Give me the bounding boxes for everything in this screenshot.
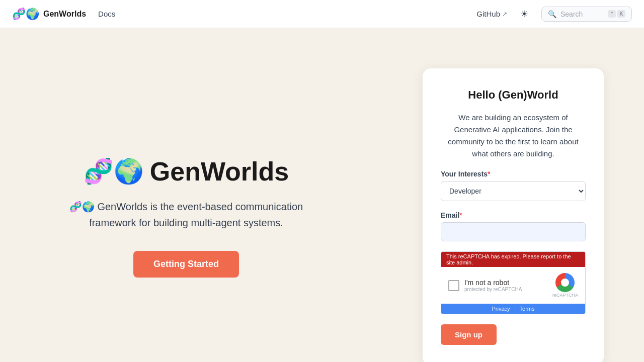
recaptcha-error-text: This reCAPTCHA has expired. Please repor… (441, 252, 585, 267)
interests-label: Your Interests* (441, 170, 586, 178)
recaptcha-protected-label: protected by reCAPTCHA (464, 287, 522, 292)
hero-title-text: GenWorlds (150, 156, 289, 187)
recaptcha-footer: Privacy · Terms (441, 304, 585, 314)
card-title: Hello (Gen)World (441, 88, 586, 102)
recaptcha-labels: I'm not a robot protected by reCAPTCHA (464, 279, 522, 292)
recaptcha-logo-circle (555, 273, 575, 292)
logo-emoji: 🧬🌍 (12, 8, 39, 21)
navbar-left: 🧬🌍 GenWorlds Docs (12, 8, 115, 21)
signup-card: Hello (Gen)World We are building an ecos… (423, 68, 604, 362)
recaptcha-checkbox[interactable] (448, 280, 459, 291)
recaptcha-logo: reCAPTCHA (552, 273, 578, 298)
search-keyboard-shortcut: ⌃ K (608, 10, 625, 18)
external-link-icon: ↗ (502, 11, 507, 18)
interests-select[interactable]: Developer Researcher Designer Business O… (441, 181, 586, 201)
hero-desc-emoji: 🧬🌍 (69, 201, 95, 212)
hero-desc-text: GenWorlds is the event-based communicati… (89, 201, 303, 228)
recaptcha-body: I'm not a robot protected by reCAPTCHA r… (441, 267, 585, 304)
search-placeholder-text: Search (560, 10, 604, 18)
getting-started-button[interactable]: Getting Started (133, 251, 239, 278)
interests-form-group: Your Interests* Developer Researcher Des… (441, 170, 586, 201)
recaptcha-divider: · (514, 306, 516, 312)
sun-icon: ☀ (520, 9, 528, 20)
theme-toggle-button[interactable]: ☀ (515, 5, 533, 23)
recaptcha-left: I'm not a robot protected by reCAPTCHA (448, 279, 522, 292)
navbar: 🧬🌍 GenWorlds Docs GitHub ↗ ☀ 🔍 Search ⌃ … (0, 0, 644, 28)
github-label: GitHub (476, 10, 500, 18)
search-bar[interactable]: 🔍 Search ⌃ K (541, 7, 632, 22)
main-content: 🧬🌍 GenWorlds 🧬🌍 GenWorlds is the event-b… (20, 28, 624, 362)
hero-description: 🧬🌍 GenWorlds is the event-based communic… (55, 199, 317, 231)
email-input[interactable] (441, 222, 586, 241)
recaptcha-brand: reCAPTCHA (552, 293, 578, 298)
navbar-right: GitHub ↗ ☀ 🔍 Search ⌃ K (476, 5, 632, 23)
brand-name: GenWorlds (43, 10, 86, 19)
recaptcha-terms-link[interactable]: Terms (520, 306, 535, 312)
recaptcha-not-robot-label: I'm not a robot (464, 279, 522, 287)
ctrl-key: ⌃ (608, 10, 616, 18)
email-label: Email* (441, 211, 586, 219)
docs-link[interactable]: Docs (98, 10, 115, 18)
github-link[interactable]: GitHub ↗ (476, 10, 507, 18)
sign-up-button[interactable]: Sign up (441, 324, 497, 345)
hero-section: 🧬🌍 GenWorlds 🧬🌍 GenWorlds is the event-b… (40, 156, 332, 278)
recaptcha-logo-inner (561, 279, 569, 287)
email-form-group: Email* (441, 211, 586, 241)
hero-title-emoji: 🧬🌍 (84, 157, 144, 186)
recaptcha-privacy-link[interactable]: Privacy (492, 306, 510, 312)
hero-title: 🧬🌍 GenWorlds (84, 156, 289, 187)
navbar-logo[interactable]: 🧬🌍 GenWorlds (12, 8, 86, 21)
card-description: We are building an ecosystem of Generati… (441, 112, 586, 160)
recaptcha-widget[interactable]: This reCAPTCHA has expired. Please repor… (441, 251, 586, 314)
k-key: K (617, 10, 625, 18)
search-icon: 🔍 (548, 10, 556, 18)
